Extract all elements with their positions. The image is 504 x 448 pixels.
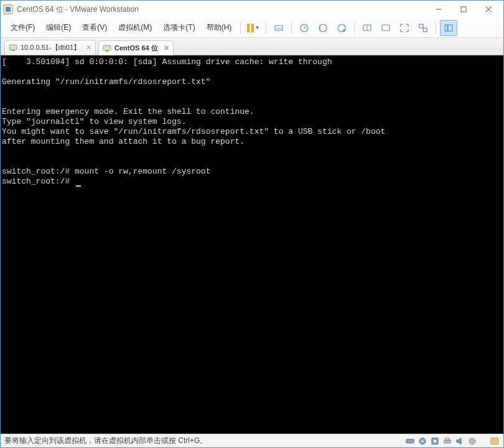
separator — [240, 22, 241, 34]
tab-label: CentOS 64 位 — [114, 44, 158, 53]
separator — [436, 22, 436, 34]
clock-manage-icon — [337, 23, 347, 33]
terminal-console[interactable]: [ 3.501094] sd 0:0:0:0: [sda] Assuming d… — [1, 55, 503, 434]
close-button[interactable] — [476, 1, 501, 18]
window-controls — [426, 1, 501, 18]
manage-snapshots-button[interactable] — [333, 20, 350, 36]
revert-snapshot-button[interactable] — [314, 20, 332, 36]
usb-icon[interactable] — [467, 436, 477, 446]
vm-icon — [9, 44, 17, 52]
status-text: 要将输入定向到该虚拟机，请在虚拟机内部单击或按 Ctrl+G。 — [4, 436, 405, 446]
svg-rect-1 — [6, 7, 11, 12]
menu-tabs[interactable]: 选项卡(T) — [158, 20, 200, 35]
svg-point-32 — [469, 438, 475, 444]
svg-point-27 — [422, 440, 424, 442]
close-icon[interactable]: ✕ — [86, 44, 91, 52]
separator — [291, 22, 292, 34]
fullscreen-icon — [399, 23, 409, 33]
terminal-line: Entering emergency mode. Exit the shell … — [2, 107, 254, 116]
svg-point-13 — [343, 29, 345, 32]
terminal-line: after mounting them and attach it to a b… — [2, 137, 245, 146]
clock-icon — [299, 23, 309, 33]
tab-centos[interactable]: CentOS 64 位 ✕ — [98, 40, 174, 55]
power-tool-group: ▼ — [245, 20, 262, 36]
terminal-line: Generating "/run/initramfs/rdsosreport.t… — [2, 77, 210, 86]
terminal-line: switch_root:/# — [2, 177, 75, 186]
titlebar: CentOS 64 位 - VMware Workstation — [1, 1, 503, 18]
hard-disk-icon[interactable] — [405, 436, 415, 446]
view-console-button[interactable] — [358, 20, 376, 36]
terminal-line: [ 3.501094] sd 0:0:0:0: [sda] Assuming d… — [2, 57, 332, 67]
library-icon — [444, 23, 454, 33]
menubar: 文件(F) 编辑(E) 查看(V) 虚拟机(M) 选项卡(T) 帮助(H) ▼ — [1, 18, 503, 38]
monitor-split-icon — [362, 23, 372, 33]
unity-icon — [418, 23, 428, 33]
maximize-button[interactable] — [451, 1, 476, 18]
tab-label: 10.0.0.51-【db01】 — [21, 43, 80, 52]
monitor-icon — [381, 23, 391, 33]
tab-bar: 10.0.0.51-【db01】 ✕ CentOS 64 位 ✕ — [1, 38, 503, 55]
terminal-line: You might want to save "/run/initramfs/r… — [2, 127, 385, 136]
printer-icon[interactable] — [442, 436, 452, 446]
fullscreen-button[interactable] — [396, 20, 413, 36]
minimize-button[interactable] — [426, 1, 451, 18]
svg-rect-20 — [448, 25, 452, 31]
svg-rect-21 — [9, 45, 17, 50]
svg-rect-25 — [406, 439, 414, 443]
menu-help[interactable]: 帮助(H) — [202, 20, 237, 35]
clock-back-icon — [318, 23, 328, 33]
device-status-icons — [405, 436, 500, 446]
network-adapter-icon[interactable] — [430, 436, 440, 446]
close-icon[interactable]: ✕ — [164, 44, 169, 52]
statusbar: 要将输入定向到该虚拟机，请在虚拟机内部单击或按 Ctrl+G。 — [1, 434, 503, 447]
terminal-line: Type "journalctl" to view system logs. — [2, 117, 186, 126]
svg-rect-33 — [491, 438, 498, 444]
sound-card-icon[interactable] — [455, 436, 465, 446]
message-log-icon[interactable] — [490, 436, 500, 446]
cd-dvd-icon[interactable] — [418, 436, 427, 446]
svg-rect-31 — [446, 438, 449, 440]
library-button[interactable] — [440, 20, 457, 36]
terminal-line: switch_root:/# mount -o rw,remount /sysr… — [2, 167, 210, 176]
menu-file[interactable]: 文件(F) — [6, 20, 40, 35]
svg-rect-30 — [444, 440, 450, 443]
keyboard-icon — [274, 23, 284, 33]
main-window: CentOS 64 位 - VMware Workstation 文件(F) 编… — [0, 0, 504, 448]
vm-icon — [103, 44, 111, 53]
window-title: CentOS 64 位 - VMware Workstation — [17, 4, 426, 15]
view-single-button[interactable] — [377, 20, 394, 36]
snapshot-button[interactable] — [296, 20, 313, 36]
svg-rect-24 — [106, 50, 108, 52]
cursor — [76, 185, 81, 187]
separator — [266, 22, 266, 34]
svg-rect-18 — [423, 28, 427, 32]
tab-db01[interactable]: 10.0.0.51-【db01】 ✕ — [4, 40, 96, 55]
menu-view[interactable]: 查看(V) — [77, 20, 112, 35]
separator — [354, 22, 355, 34]
svg-rect-16 — [382, 25, 390, 30]
unity-button[interactable] — [414, 20, 432, 36]
menu-vm[interactable]: 虚拟机(M) — [113, 20, 157, 35]
chevron-down-icon: ▼ — [255, 25, 260, 30]
svg-rect-22 — [12, 50, 14, 51]
svg-rect-3 — [461, 7, 466, 12]
svg-rect-23 — [103, 45, 111, 50]
svg-rect-29 — [434, 440, 436, 442]
svg-rect-17 — [419, 24, 423, 28]
send-keys-button[interactable] — [270, 20, 287, 36]
svg-rect-6 — [275, 26, 282, 30]
menu-edit[interactable]: 编辑(E) — [41, 20, 76, 35]
app-icon — [3, 4, 13, 14]
pause-icon — [247, 24, 254, 32]
svg-rect-19 — [445, 25, 447, 31]
pause-button[interactable]: ▼ — [245, 20, 262, 36]
